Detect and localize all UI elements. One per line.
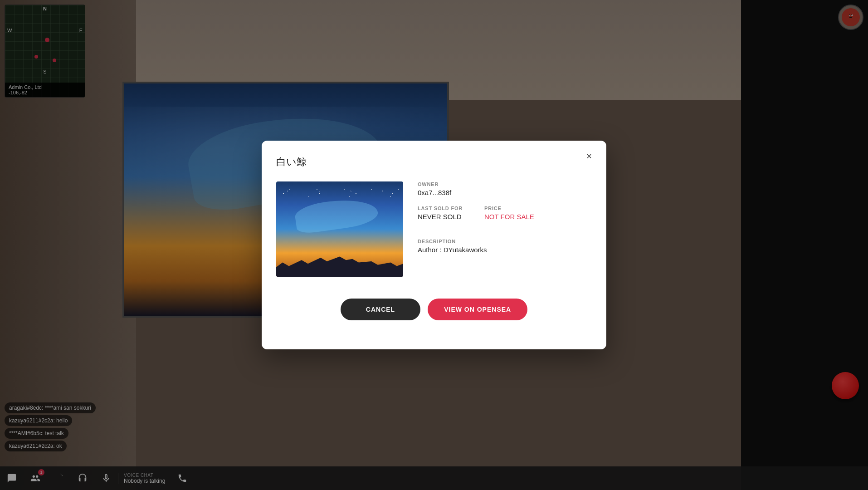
modal-buttons: CANCEL VIEW ON OPENSEA [276,299,592,320]
cancel-button[interactable]: CANCEL [341,299,420,320]
owner-label: OWNER [418,181,592,187]
last-sold-label: LAST SOLD FOR [418,206,463,211]
modal-content: OWNER 0xa7...838f LAST SOLD FOR NEVER SO… [276,181,592,277]
modal-overlay: 白い鯨 × OWNER 0xa7...838f LAST SOLD FOR [0,0,868,490]
modal-info: OWNER 0xa7...838f LAST SOLD FOR NEVER SO… [418,181,592,277]
price-row: LAST SOLD FOR NEVER SOLD PRICE NOT FOR S… [418,206,592,230]
description-value: Author : DYutakaworks [418,246,592,254]
owner-group: OWNER 0xa7...838f [418,181,592,196]
nft-modal: 白い鯨 × OWNER 0xa7...838f LAST SOLD FOR [262,141,606,349]
modal-title: 白い鯨 [276,155,592,169]
last-sold-group: LAST SOLD FOR NEVER SOLD [418,206,463,220]
price-group: PRICE NOT FOR SALE [484,206,534,220]
last-sold-value: NEVER SOLD [418,213,463,220]
nft-image [276,181,403,277]
opensea-button[interactable]: VIEW ON OPENSEA [428,299,527,320]
modal-close-button[interactable]: × [582,149,596,163]
description-group: DESCRIPTION Author : DYutakaworks [418,239,592,254]
price-value: NOT FOR SALE [484,213,534,220]
description-label: DESCRIPTION [418,239,592,244]
image-silhouette [276,253,403,277]
price-label: PRICE [484,206,534,211]
owner-value: 0xa7...838f [418,189,592,196]
